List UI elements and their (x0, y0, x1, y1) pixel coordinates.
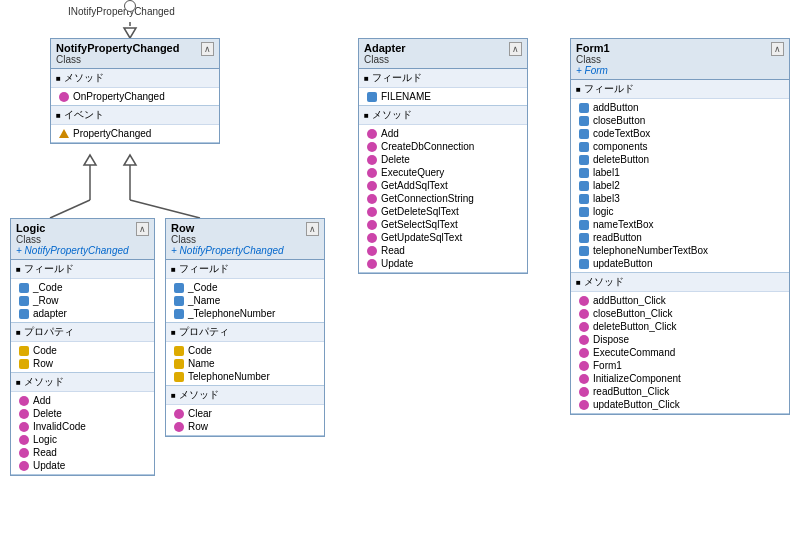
row-fields-section: ■ フィールド _Code _Name _TelephoneNumber (166, 260, 324, 323)
field-icon (579, 220, 589, 230)
adapter-fields-items: FILENAME (359, 88, 527, 105)
method-icon (367, 246, 377, 256)
property-icon (19, 359, 29, 369)
list-item: deleteButton (571, 153, 789, 166)
list-item: readButton (571, 231, 789, 244)
list-item: Code (166, 344, 324, 357)
list-item: closeButton (571, 114, 789, 127)
list-item: ExecuteCommand (571, 346, 789, 359)
list-item: OnPropertyChanged (51, 90, 219, 103)
list-item: closeButton_Click (571, 307, 789, 320)
form1-methods-header: ■ メソッド (571, 273, 789, 292)
list-item: nameTextBox (571, 218, 789, 231)
method-icon (19, 422, 29, 432)
row-fields-label: フィールド (179, 262, 229, 276)
form1-collapse[interactable]: ∧ (771, 42, 784, 56)
logic-methods-label: メソッド (24, 375, 64, 389)
list-item: ExecuteQuery (359, 166, 527, 179)
field-icon (174, 309, 184, 319)
list-item: Logic (11, 433, 154, 446)
notify-methods-label: メソッド (64, 71, 104, 85)
list-item: GetConnectionString (359, 192, 527, 205)
method-icon (174, 409, 184, 419)
list-item: PropertyChanged (51, 127, 219, 140)
list-item: Update (359, 257, 527, 270)
logic-methods-section: ■ メソッド Add Delete InvalidCode Logic Read… (11, 373, 154, 475)
list-item: Clear (166, 407, 324, 420)
row-props-section: ■ プロパティ Code Name TelephoneNumber (166, 323, 324, 386)
method-icon (367, 155, 377, 165)
list-item: label2 (571, 179, 789, 192)
row-box: Row Class + NotifyPropertyChanged ∧ ■ フィ… (165, 218, 325, 437)
list-item: Delete (11, 407, 154, 420)
form1-methods-section: ■ メソッド addButton_Click closeButton_Click… (571, 273, 789, 414)
method-icon (579, 296, 589, 306)
logic-fields-items: _Code _Row adapter (11, 279, 154, 322)
adapter-collapse[interactable]: ∧ (509, 42, 522, 56)
adapter-fields-section: ■ フィールド FILENAME (359, 69, 527, 106)
event-icon (59, 129, 69, 138)
list-item: Name (166, 357, 324, 370)
method-icon (59, 92, 69, 102)
list-item: updateButton (571, 257, 789, 270)
svg-marker-7 (124, 155, 136, 165)
property-icon (174, 372, 184, 382)
row-fields-items: _Code _Name _TelephoneNumber (166, 279, 324, 322)
row-fields-header: ■ フィールド (166, 260, 324, 279)
adapter-methods-items: Add CreateDbConnection Delete ExecuteQue… (359, 125, 527, 272)
logic-link: + NotifyPropertyChanged (16, 245, 129, 256)
logic-fields-label: フィールド (24, 262, 74, 276)
list-item: InitializeComponent (571, 372, 789, 385)
property-icon (174, 359, 184, 369)
interface-circle (124, 0, 136, 12)
adapter-methods-header: ■ メソッド (359, 106, 527, 125)
list-item: addButton (571, 101, 789, 114)
list-item: Dispose (571, 333, 789, 346)
logic-collapse[interactable]: ∧ (136, 222, 149, 236)
notify-header: NotifyPropertyChanged Class ∧ (51, 39, 219, 69)
logic-props-header: ■ プロパティ (11, 323, 154, 342)
method-icon (367, 129, 377, 139)
method-icon (579, 309, 589, 319)
form1-link: + Form (576, 65, 610, 76)
list-item: Update (11, 459, 154, 472)
method-icon (367, 259, 377, 269)
list-item: GetUpdateSqlText (359, 231, 527, 244)
field-icon (579, 155, 589, 165)
field-icon (367, 92, 377, 102)
list-item: GetSelectSqlText (359, 218, 527, 231)
row-collapse[interactable]: ∧ (306, 222, 319, 236)
form1-fields-header: ■ フィールド (571, 80, 789, 99)
notify-collapse[interactable]: ∧ (201, 42, 214, 56)
notify-methods-section: ■ メソッド OnPropertyChanged (51, 69, 219, 106)
item-text: OnPropertyChanged (73, 91, 165, 102)
row-props-label: プロパティ (179, 325, 229, 339)
field-icon (579, 259, 589, 269)
method-icon (367, 207, 377, 217)
item-text: PropertyChanged (73, 128, 151, 139)
method-icon (367, 181, 377, 191)
list-item: readButton_Click (571, 385, 789, 398)
list-item: Add (359, 127, 527, 140)
method-icon (579, 335, 589, 345)
method-icon (367, 142, 377, 152)
logic-header: Logic Class + NotifyPropertyChanged ∧ (11, 219, 154, 260)
list-item: Add (11, 394, 154, 407)
list-item: Row (166, 420, 324, 433)
row-subtitle: Class (171, 234, 284, 245)
list-item: Form1 (571, 359, 789, 372)
logic-fields-section: ■ フィールド _Code _Row adapter (11, 260, 154, 323)
list-item: updateButton_Click (571, 398, 789, 411)
method-icon (367, 168, 377, 178)
list-item: label3 (571, 192, 789, 205)
method-icon (579, 348, 589, 358)
method-icon (174, 422, 184, 432)
adapter-title: Adapter (364, 42, 406, 54)
list-item: Delete (359, 153, 527, 166)
list-item: telephoneNumberTextBox (571, 244, 789, 257)
method-icon (579, 361, 589, 371)
list-item: _Row (11, 294, 154, 307)
logic-fields-header: ■ フィールド (11, 260, 154, 279)
list-item: _Code (166, 281, 324, 294)
form1-header: Form1 Class + Form ∧ (571, 39, 789, 80)
